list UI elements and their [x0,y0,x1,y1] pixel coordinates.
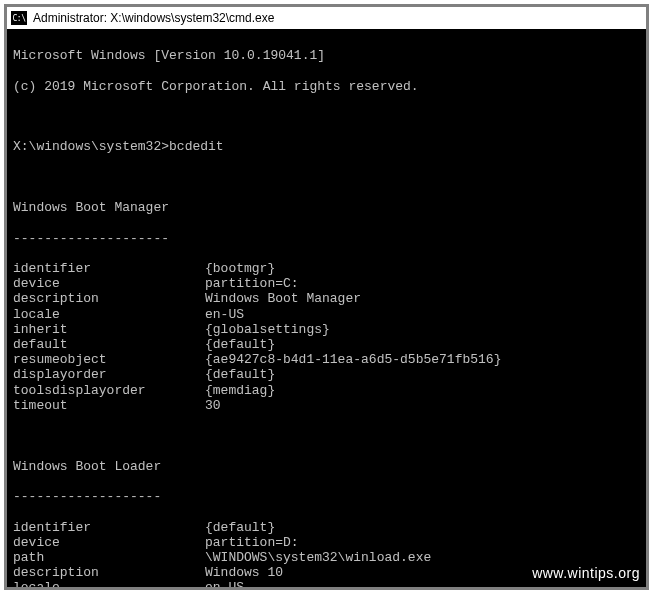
kv-value: {ae9427c8-b4d1-11ea-a6d5-d5b5e71fb516} [205,352,640,367]
kv-row: descriptionWindows Boot Manager [13,291,640,306]
kv-value: 30 [205,398,640,413]
kv-row: devicepartition=D: [13,535,640,550]
kv-key: displayorder [13,367,205,382]
section1-title: Windows Boot Manager [13,200,640,215]
section2-divider: ------------------- [13,489,640,504]
kv-row: default{default} [13,337,640,352]
kv-key: path [13,550,205,565]
kv-key: inherit [13,322,205,337]
kv-row: displayorder{default} [13,367,640,382]
kv-value: {default} [205,520,640,535]
kv-key: locale [13,580,205,590]
kv-key: description [13,565,205,580]
blank [13,109,640,124]
blank [13,170,640,185]
kv-value: partition=D: [205,535,640,550]
watermark: www.wintips.org [532,566,640,581]
prompt-command: bcdedit [169,139,224,154]
prompt-path: X:\windows\system32> [13,139,169,154]
section2-title: Windows Boot Loader [13,459,640,474]
kv-row: devicepartition=C: [13,276,640,291]
kv-key: identifier [13,520,205,535]
kv-key: default [13,337,205,352]
kv-value: {globalsettings} [205,322,640,337]
kv-key: locale [13,307,205,322]
kv-value: {default} [205,367,640,382]
kv-key: resumeobject [13,352,205,367]
kv-key: device [13,276,205,291]
kv-key: toolsdisplayorder [13,383,205,398]
kv-row: localeen-US [13,580,640,590]
kv-row: identifier{bootmgr} [13,261,640,276]
blank [13,428,640,443]
kv-row: resumeobject{ae9427c8-b4d1-11ea-a6d5-d5b… [13,352,640,367]
window-title: Administrator: X:\windows\system32\cmd.e… [33,11,274,25]
terminal-output[interactable]: Microsoft Windows [Version 10.0.19041.1]… [7,29,646,587]
kv-key: identifier [13,261,205,276]
prompt-line-1: X:\windows\system32>bcdedit [13,139,640,154]
kv-row: timeout30 [13,398,640,413]
kv-row: localeen-US [13,307,640,322]
kv-row: identifier{default} [13,520,640,535]
titlebar[interactable]: C:\ Administrator: X:\windows\system32\c… [7,7,646,29]
cmd-icon: C:\ [11,11,27,25]
kv-value: {bootmgr} [205,261,640,276]
kv-value: Windows Boot Manager [205,291,640,306]
kv-row: toolsdisplayorder{memdiag} [13,383,640,398]
kv-row: path\WINDOWS\system32\winload.exe [13,550,640,565]
kv-key: device [13,535,205,550]
header-line-1: Microsoft Windows [Version 10.0.19041.1] [13,48,640,63]
section1-divider: -------------------- [13,231,640,246]
cmd-window: C:\ Administrator: X:\windows\system32\c… [4,4,649,590]
header-line-2: (c) 2019 Microsoft Corporation. All righ… [13,79,640,94]
kv-value: \WINDOWS\system32\winload.exe [205,550,640,565]
kv-value: partition=C: [205,276,640,291]
kv-value: {memdiag} [205,383,640,398]
kv-key: timeout [13,398,205,413]
kv-value: {default} [205,337,640,352]
kv-key: description [13,291,205,306]
kv-row: inherit{globalsettings} [13,322,640,337]
kv-value: en-US [205,580,640,590]
kv-value: en-US [205,307,640,322]
